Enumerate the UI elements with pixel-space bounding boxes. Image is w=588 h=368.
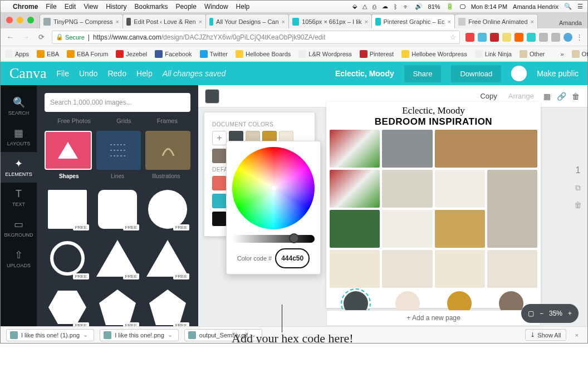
mood-item[interactable] [382,170,432,208]
back-button[interactable]: ← [5,33,15,41]
def-swatch-3[interactable] [212,212,227,226]
category-shapes[interactable] [45,131,92,170]
rail-background[interactable]: ▭BKGROUND [1,213,37,243]
ext-icon-8[interactable] [564,33,572,42]
ext-icon-6[interactable] [539,33,548,42]
bm-overflow-icon[interactable]: » [560,51,564,57]
tab-pinterest-graphic[interactable]: Pinterest Graphic – Ec× [371,14,455,28]
chrome-profile[interactable]: Amanda [553,17,587,28]
bm-other-bookmarks[interactable]: Other Bookmarks [572,50,588,58]
menu-help[interactable]: Help [136,69,153,78]
share-button[interactable]: Share [404,65,442,82]
tab-free-photos[interactable]: Free Photos [57,117,91,124]
doc-swatch-5[interactable] [212,149,227,163]
close-icon[interactable]: × [199,18,202,25]
bm-hellobee-wp[interactable]: Hellobee Wordpress [401,50,467,58]
category-illustrations[interactable] [145,131,190,170]
close-icon[interactable]: × [365,18,368,25]
chrome-menu-icon[interactable]: ⋮ [576,33,583,41]
mood-item[interactable] [330,130,380,168]
menu-file[interactable]: File [46,3,56,11]
notification-center-icon[interactable]: ☰ [577,3,583,10]
mood-item[interactable] [435,250,485,288]
color-wheel-handle[interactable] [270,185,277,192]
window-close-button[interactable] [6,17,13,23]
def-swatch-2[interactable] [212,194,227,208]
ext-icon-4[interactable] [514,33,523,42]
tab-1056[interactable]: 588px × 368px – I lik× [288,14,372,28]
bm-lr-wordpress[interactable]: L&R Wordpress [298,50,351,58]
menu-undo[interactable]: Undo [79,69,97,78]
ext-icon-2[interactable] [478,33,487,42]
bm-eba-forum[interactable]: EBA Forum [67,50,108,58]
window-minimize-button[interactable] [17,17,23,23]
zoom-out-button[interactable]: − [540,310,543,317]
forward-button[interactable]: → [21,33,31,41]
mood-item[interactable] [330,210,380,248]
pinterest-ext-icon[interactable] [490,33,499,42]
bm-apps[interactable]: Apps [5,50,29,58]
mood-item[interactable] [435,210,485,248]
canva-logo[interactable]: Canva [9,65,46,82]
clock[interactable]: Mon 8:14 PM [471,3,507,10]
bm-linkninja[interactable]: Link Ninja [475,50,512,58]
menu-redo[interactable]: Redo [107,69,126,78]
volume-icon[interactable]: 🔊 [415,3,423,10]
zoom-in-button[interactable]: + [568,310,572,317]
app-name[interactable]: Chrome [13,3,38,11]
download-button[interactable]: Download [451,65,501,82]
def-swatch-1[interactable] [212,176,227,190]
user-name[interactable]: Amanda Hendrix [513,3,558,10]
wifi-icon[interactable]: ᯤ [403,3,409,10]
rail-uploads[interactable]: ⇧UPLOADS [1,243,37,274]
bm-pinterest[interactable]: Pinterest [360,50,394,58]
mood-item[interactable] [382,210,432,248]
ext-icon-1[interactable] [465,33,474,42]
tab-designs[interactable]: All Your Designs – Can× [205,14,289,28]
add-color-button[interactable]: + [212,131,227,145]
search-input[interactable]: Search 1,000,000 images... [45,93,190,112]
bm-eba[interactable]: EBA [37,50,59,58]
show-all-downloads-button[interactable]: ⤓Show All [525,329,566,341]
mood-item[interactable] [487,170,537,248]
mood-item[interactable] [330,250,380,288]
brightness-knob[interactable] [289,233,299,243]
design-page[interactable]: Eclectic, Moody BEDROOM INSPIRATION [326,102,541,308]
make-public-button[interactable]: Make public [537,69,579,78]
bm-facebook[interactable]: Facebook [155,50,192,58]
duplicate-page-icon[interactable]: ⧉ [575,183,581,193]
tab-frames[interactable]: Frames [157,117,178,124]
shape-square[interactable]: FREE [45,187,90,232]
present-icon[interactable]: ▢ [528,310,534,317]
shape-circle-outline[interactable]: FREE [45,236,90,281]
shape-triangle-1[interactable]: FREE [95,236,140,281]
transparency-icon[interactable]: ▦ [542,91,552,101]
close-icon[interactable]: × [448,18,451,25]
close-icon[interactable]: × [531,18,534,25]
menu-file[interactable]: File [56,69,69,78]
sync-icon[interactable]: ☁ [382,3,388,10]
mood-item[interactable] [435,130,538,168]
mood-item[interactable] [435,170,485,208]
bm-other-folder[interactable]: Other [520,50,545,58]
close-icon[interactable]: × [282,18,285,25]
bookmark-star-icon[interactable]: ☆ [450,33,456,41]
close-downloads-shelf[interactable]: × [572,332,582,338]
menu-history[interactable]: History [106,3,126,11]
gdrive-icon[interactable]: △ [362,3,367,10]
color-code-input[interactable]: 444c50 [275,248,310,268]
close-icon[interactable]: × [116,18,119,25]
mood-item[interactable] [382,130,432,168]
menu-view[interactable]: View [84,3,98,11]
bm-jezebel[interactable]: Jezebel [116,50,147,58]
spotlight-icon[interactable]: 🔍 [564,3,572,10]
menu-edit[interactable]: Edit [65,3,76,11]
mood-item[interactable] [382,250,432,288]
color-wheel[interactable] [232,147,315,229]
fill-color-chip[interactable] [205,89,219,104]
link-icon[interactable]: 🔗 [556,91,566,101]
shape-pentagon[interactable]: FREE [95,285,140,330]
category-lines[interactable] [96,131,141,170]
ext-icon-3[interactable] [502,33,511,42]
dropbox-icon[interactable]: ⬙ [352,3,357,10]
